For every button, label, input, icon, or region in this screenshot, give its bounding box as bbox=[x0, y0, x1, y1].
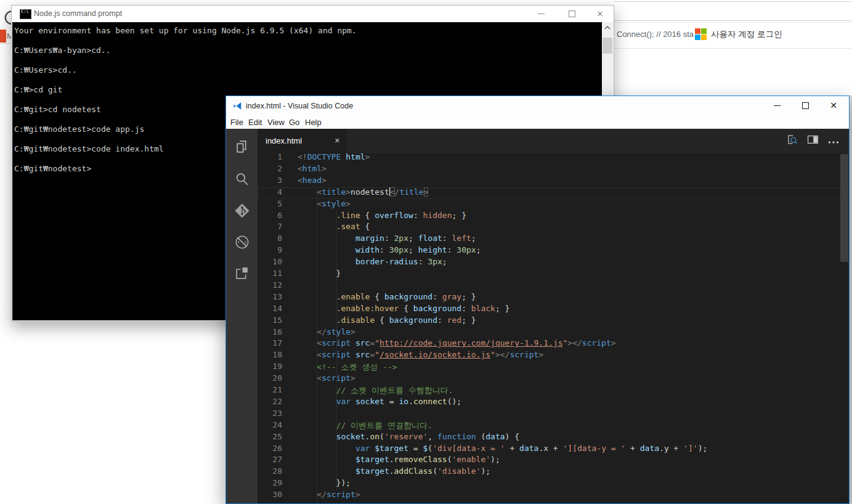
code-line[interactable]: 6 .line { overflow: hidden; } bbox=[258, 211, 840, 222]
code-line[interactable]: 8 margin: 2px; float: left; bbox=[258, 234, 840, 245]
bracket-match: > bbox=[424, 187, 429, 197]
line-number: 16 bbox=[258, 327, 282, 336]
browser-toolbar-divider bbox=[613, 20, 852, 21]
terminal-line: C:₩Users>cd.. bbox=[14, 65, 601, 75]
ms-account-link[interactable]: 사용자 계정 로그인 bbox=[695, 28, 782, 40]
code-line[interactable]: 24 // 이벤트를 연결합니다. bbox=[258, 420, 840, 432]
menu-help[interactable]: Help bbox=[305, 118, 322, 127]
line-number: 8 bbox=[258, 234, 282, 243]
cmd-minimize-button[interactable] bbox=[530, 6, 551, 22]
code-line[interactable]: 16 </style> bbox=[258, 327, 840, 339]
cmd-maximize-button[interactable] bbox=[561, 6, 582, 22]
line-number: 26 bbox=[258, 444, 282, 453]
code-line[interactable]: 2<html> bbox=[258, 164, 840, 176]
menu-edit[interactable]: Edit bbox=[248, 118, 262, 127]
bookmark-favicon[interactable] bbox=[0, 30, 6, 43]
browser-bookmarks-divider bbox=[613, 48, 852, 49]
terminal-line: Your environment has been set up for usi… bbox=[14, 26, 601, 36]
more-actions-icon[interactable] bbox=[828, 136, 839, 147]
line-number: 10 bbox=[258, 257, 282, 266]
line-number: 19 bbox=[258, 362, 282, 371]
vscode-titlebar[interactable]: index.html - Visual Studio Code ✕ bbox=[226, 96, 849, 116]
code-line[interactable]: 15 .disable { background: red; } bbox=[258, 315, 840, 327]
line-number: 31 bbox=[258, 502, 282, 503]
code-line[interactable]: 10 border-radius: 3px; bbox=[258, 257, 840, 269]
code-line[interactable]: 9 width: 30px; height: 30px; bbox=[258, 245, 840, 257]
line-number: 20 bbox=[258, 373, 282, 383]
line-number: 4 bbox=[258, 187, 282, 197]
menu-file[interactable]: File bbox=[230, 118, 243, 127]
debug-icon[interactable] bbox=[233, 234, 250, 250]
line-number: 5 bbox=[258, 199, 282, 208]
open-preview-icon[interactable] bbox=[786, 134, 798, 148]
code-line[interactable]: 21 // 소켓 이벤트를 수행합니다. bbox=[258, 385, 840, 397]
code-line[interactable]: 31 <!-- 좌석 자동 생성 --> bbox=[258, 502, 840, 503]
code-editor[interactable]: 1<!DOCTYPE html>2<html>3<head>4 <title>n… bbox=[258, 153, 849, 503]
code-line[interactable]: 27 $target.removeClass('enable'); bbox=[258, 455, 840, 466]
vscode-minimize-button[interactable] bbox=[768, 97, 786, 113]
line-number: 11 bbox=[258, 269, 282, 278]
tab-index-html[interactable]: index.html ✕ bbox=[258, 129, 346, 153]
code-line[interactable]: 12 bbox=[258, 280, 840, 292]
code-line[interactable]: 17 <script src="http://code.jquery.com/j… bbox=[258, 338, 840, 350]
line-number: 3 bbox=[258, 176, 282, 185]
activity-bar bbox=[226, 129, 258, 503]
code-line[interactable]: 25 socket.on('reserve', function (data) … bbox=[258, 432, 840, 444]
line-number: 14 bbox=[258, 304, 282, 313]
browser-top-divider bbox=[613, 1, 852, 2]
code-line[interactable]: 4 <title>nodetest</title> bbox=[258, 187, 840, 199]
tab-label: index.html bbox=[266, 136, 331, 145]
scroll-up-icon[interactable] bbox=[602, 22, 613, 33]
code-line[interactable]: 20 <script> bbox=[258, 373, 840, 385]
editor-actions bbox=[786, 129, 849, 153]
code-line[interactable]: 29 }); bbox=[258, 478, 840, 490]
code-line[interactable]: 11 } bbox=[258, 269, 840, 280]
page-code-text: Connect(); // 2016 sta bbox=[617, 30, 694, 39]
line-number: 12 bbox=[258, 280, 282, 290]
terminal-line: C:₩>cd git bbox=[14, 85, 601, 95]
search-icon[interactable] bbox=[233, 171, 250, 187]
code-line[interactable]: 14 .enable:hover { background: black; } bbox=[258, 304, 840, 315]
code-line[interactable]: 3<head> bbox=[258, 176, 840, 187]
vscode-close-button[interactable]: ✕ bbox=[824, 97, 843, 113]
explorer-icon[interactable] bbox=[233, 139, 250, 155]
tab-close-icon[interactable]: ✕ bbox=[331, 137, 340, 145]
line-number: 25 bbox=[258, 432, 282, 441]
line-number: 1 bbox=[258, 153, 282, 161]
code-line[interactable]: 28 $target.addClass('disable'); bbox=[258, 466, 840, 478]
code-line[interactable]: 18 <script src="/socket.io/socket.io.js"… bbox=[258, 350, 840, 362]
vscode-window: index.html - Visual Studio Code ✕ File E… bbox=[225, 96, 850, 504]
split-editor-icon[interactable] bbox=[807, 134, 819, 147]
browser-toolbar-divider-2 bbox=[613, 22, 852, 23]
browser-bookmarks-divider-left bbox=[0, 43, 11, 44]
source-control-icon[interactable] bbox=[233, 202, 250, 219]
line-number: 21 bbox=[258, 385, 282, 394]
line-number: 7 bbox=[258, 222, 282, 231]
editor-group: index.html ✕ bbox=[258, 129, 849, 503]
code-line[interactable]: 5 <style> bbox=[258, 199, 840, 211]
cmd-icon: C:\ bbox=[20, 9, 31, 19]
cmd-titlebar[interactable]: C:\ Node.js command prompt ✕ bbox=[12, 6, 614, 22]
code-line[interactable]: 1<!DOCTYPE html> bbox=[258, 153, 840, 164]
cmd-close-button[interactable]: ✕ bbox=[590, 6, 611, 22]
line-number: 29 bbox=[258, 478, 282, 487]
code-line[interactable]: 13 .enable { background: gray; } bbox=[258, 292, 840, 304]
code-line[interactable]: 30 </script> bbox=[258, 490, 840, 502]
editor-scrollbar-thumb[interactable] bbox=[840, 154, 848, 262]
cmd-scrollbar-thumb[interactable] bbox=[602, 38, 612, 54]
microsoft-logo-icon bbox=[695, 28, 707, 40]
code-line[interactable]: 23 bbox=[258, 408, 840, 420]
code-line[interactable]: 19 <!-- 소켓 생성 --> bbox=[258, 362, 840, 373]
vscode-logo bbox=[232, 101, 242, 113]
code-line[interactable]: 22 var socket = io.connect(); bbox=[258, 397, 840, 408]
vscode-maximize-button[interactable] bbox=[796, 97, 814, 113]
line-number: 15 bbox=[258, 315, 282, 325]
line-number: 23 bbox=[258, 408, 282, 418]
menu-view[interactable]: View bbox=[267, 118, 285, 127]
tab-bar: index.html ✕ bbox=[258, 129, 849, 153]
code-line[interactable]: 26 var $target = $('div[data-x = ' + dat… bbox=[258, 444, 840, 455]
extensions-icon[interactable] bbox=[233, 265, 250, 282]
menu-go[interactable]: Go bbox=[289, 118, 299, 127]
code-line[interactable]: 7 .seat { bbox=[258, 222, 840, 234]
desktop: M Connect(); // 2016 sta 사용자 계정 로그인 C:\ … bbox=[0, 0, 852, 504]
